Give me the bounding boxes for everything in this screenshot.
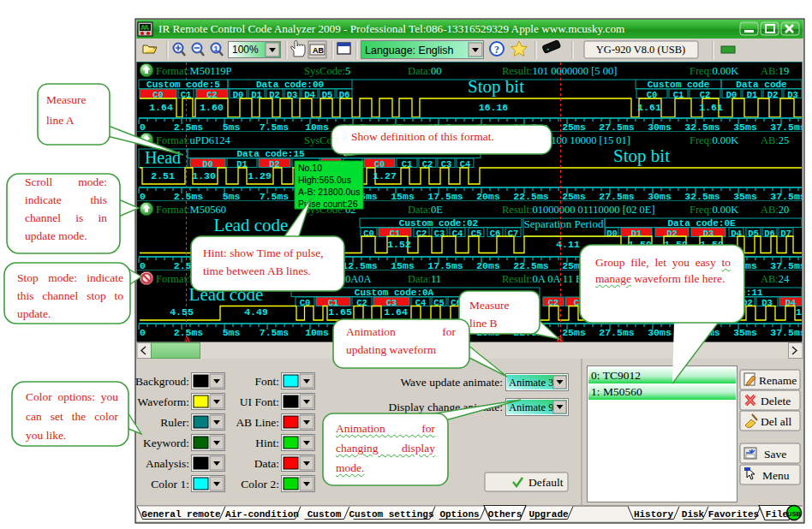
svg-text:AB:25: AB:25: [761, 134, 789, 146]
svg-text:25ms: 25ms: [562, 191, 586, 202]
svg-text:?: ?: [494, 44, 499, 56]
svg-text:Color 1:: Color 1:: [151, 478, 189, 490]
svg-text:7.5ms: 7.5ms: [260, 191, 290, 202]
svg-text:1.64: 1.64: [384, 306, 408, 318]
svg-text:Format:uPD6124: Format:uPD6124: [156, 134, 231, 146]
svg-text:D5: D5: [748, 229, 759, 239]
svg-text:Custom: Custom: [307, 509, 342, 520]
svg-text:Stop bit: Stop bit: [468, 76, 524, 97]
svg-text:Language: English: Language: English: [365, 45, 454, 56]
svg-text:2.51: 2.51: [151, 170, 175, 181]
svg-text:4.55: 4.55: [170, 306, 194, 318]
svg-text:20ms: 20ms: [476, 191, 500, 202]
svg-text:25ms: 25ms: [562, 327, 586, 338]
svg-text:AB:19: AB:19: [761, 65, 789, 77]
svg-text:General remote: General remote: [141, 509, 221, 520]
svg-text:Options: Options: [439, 509, 479, 520]
svg-text:D0: D0: [606, 229, 618, 239]
svg-text:32.5ms: 32.5ms: [684, 191, 720, 202]
svg-text:Custom code:5: Custom code:5: [146, 80, 220, 90]
svg-text:0: 0: [140, 191, 146, 202]
svg-text:File: File: [766, 509, 789, 520]
svg-text:Format:M50119P: Format:M50119P: [156, 65, 231, 77]
svg-text:100%: 100%: [232, 44, 259, 56]
svg-text:Save: Save: [764, 448, 786, 461]
svg-text:20ms: 20ms: [476, 260, 500, 271]
svg-text:35ms: 35ms: [733, 191, 757, 202]
svg-text:5ms: 5ms: [223, 122, 241, 133]
svg-text:C0: C0: [363, 229, 374, 239]
svg-text:35ms: 35ms: [733, 122, 757, 133]
svg-text:Head: Head: [145, 148, 181, 167]
svg-text:1.52: 1.52: [387, 239, 411, 250]
svg-text:0: 0: [140, 122, 146, 133]
svg-text:Separation Period: Separation Period: [524, 217, 604, 230]
svg-text:Color 2:: Color 2:: [241, 478, 279, 490]
svg-text:1: 1: [213, 45, 218, 53]
svg-text:Menu: Menu: [762, 469, 790, 482]
svg-text:4.11: 4.11: [556, 239, 580, 250]
svg-text:Favorites: Favorites: [708, 509, 759, 520]
svg-text:25ms: 25ms: [562, 122, 586, 133]
svg-text:AB: AB: [313, 46, 324, 55]
svg-text:2.5ms: 2.5ms: [174, 191, 204, 202]
svg-text:Freq:0.00K: Freq:0.00K: [690, 134, 738, 146]
svg-text:17.5ms: 17.5ms: [427, 191, 463, 202]
svg-text:37.5ms: 37.5ms: [770, 327, 806, 338]
svg-text:Ruler:: Ruler:: [160, 416, 189, 429]
svg-text:USB: USB: [787, 510, 801, 518]
svg-text:27.5ms: 27.5ms: [599, 327, 635, 338]
svg-text:30ms: 30ms: [648, 327, 672, 338]
svg-text:5ms: 5ms: [223, 191, 241, 202]
svg-text:D0: D0: [202, 159, 213, 169]
svg-text:12.5ms: 12.5ms: [342, 260, 378, 271]
svg-text:Waveform:: Waveform:: [138, 395, 189, 408]
svg-text:1: M50560: 1: M50560: [591, 385, 642, 398]
svg-text:1.30: 1.30: [192, 170, 216, 181]
svg-text:Data code:0E: Data code:0E: [667, 218, 736, 229]
svg-text:17.5ms: 17.5ms: [427, 260, 463, 271]
svg-text:Freq:0.00K: Freq:0.00K: [690, 65, 738, 77]
svg-text:7.5ms: 7.5ms: [260, 122, 290, 133]
svg-text:Del all: Del all: [761, 415, 792, 428]
svg-text:37.5ms: 37.5ms: [770, 191, 806, 202]
svg-text:Custom code: Custom code: [648, 80, 710, 90]
svg-text:Analysis:: Analysis:: [146, 457, 189, 470]
svg-text:Custom settings: Custom settings: [349, 509, 433, 520]
svg-text:Data:: Data:: [254, 457, 279, 470]
svg-text:D1: D1: [631, 229, 642, 239]
svg-text:32.5ms: 32.5ms: [684, 122, 720, 133]
svg-text:D2: D2: [666, 229, 678, 239]
svg-text:AB:24: AB:24: [761, 273, 790, 285]
svg-text:AB Line:: AB Line:: [236, 416, 279, 429]
svg-text:Hint:: Hint:: [255, 437, 279, 449]
svg-text:27.5ms: 27.5ms: [599, 191, 635, 202]
svg-text:YG-920 V8.0 (USB): YG-920 V8.0 (USB): [596, 44, 685, 56]
svg-text:37.5ms: 37.5ms: [770, 122, 806, 133]
svg-text:A-B: 21800.0us: A-B: 21800.0us: [298, 187, 360, 197]
svg-text:D1: D1: [747, 90, 758, 100]
svg-text:10ms: 10ms: [305, 122, 329, 133]
svg-text:1.61: 1.61: [637, 102, 661, 113]
svg-text:Data code:15: Data code:15: [236, 149, 305, 159]
svg-text:Delete: Delete: [761, 395, 791, 407]
svg-text:1.60: 1.60: [200, 102, 224, 113]
svg-text:15ms: 15ms: [391, 260, 415, 271]
svg-text:1.27: 1.27: [373, 170, 397, 181]
svg-text:IR Remote Control Code Analyze: IR Remote Control Code Analyzer 2009 - P…: [158, 22, 625, 35]
svg-text:C5: C5: [471, 229, 482, 239]
svg-text:35ms: 35ms: [733, 327, 757, 338]
svg-text:C4: C4: [452, 229, 463, 239]
svg-text:4.49: 4.49: [244, 306, 268, 318]
svg-text:Disk: Disk: [682, 509, 705, 520]
svg-text:C7: C7: [508, 229, 519, 239]
svg-text:1.29: 1.29: [248, 170, 272, 181]
svg-text:High:565.0us: High:565.0us: [298, 175, 351, 185]
svg-text:Stop bit: Stop bit: [613, 146, 670, 166]
svg-text:1.65: 1.65: [328, 306, 352, 318]
svg-text:Default: Default: [528, 476, 564, 489]
svg-text:37.5ms: 37.5ms: [770, 260, 806, 271]
svg-text:D3: D3: [703, 229, 714, 239]
svg-text:C1: C1: [390, 229, 401, 239]
svg-text:History: History: [634, 509, 674, 520]
